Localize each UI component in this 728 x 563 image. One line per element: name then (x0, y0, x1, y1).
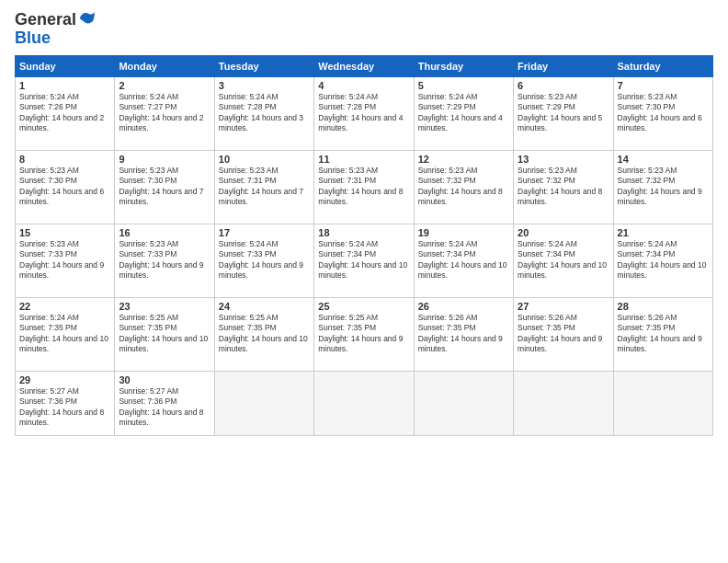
day-number: 7 (618, 80, 709, 91)
day-number: 23 (119, 301, 210, 312)
weekday-header-saturday: Saturday (613, 55, 712, 76)
day-detail: Sunrise: 5:24 AMSunset: 7:33 PMDaylight:… (219, 239, 310, 282)
day-number: 26 (418, 301, 509, 312)
calendar-cell: 10Sunrise: 5:23 AMSunset: 7:31 PMDayligh… (214, 150, 313, 224)
day-number: 17 (219, 227, 310, 238)
day-number: 3 (219, 80, 310, 91)
calendar-cell: 16Sunrise: 5:23 AMSunset: 7:33 PMDayligh… (115, 224, 214, 297)
calendar-cell: 14Sunrise: 5:23 AMSunset: 7:32 PMDayligh… (613, 150, 712, 224)
day-detail: Sunrise: 5:24 AMSunset: 7:28 PMDaylight:… (219, 92, 310, 134)
day-detail: Sunrise: 5:23 AMSunset: 7:29 PMDaylight:… (518, 92, 609, 134)
day-detail: Sunrise: 5:23 AMSunset: 7:31 PMDaylight:… (318, 166, 409, 208)
day-detail: Sunrise: 5:23 AMSunset: 7:32 PMDaylight:… (518, 166, 609, 208)
day-number: 2 (119, 80, 210, 91)
logo-general-text: General (15, 11, 76, 29)
day-number: 5 (418, 80, 509, 91)
calendar-cell: 6Sunrise: 5:23 AMSunset: 7:29 PMDaylight… (514, 76, 613, 150)
day-detail: Sunrise: 5:23 AMSunset: 7:30 PMDaylight:… (119, 166, 210, 208)
day-detail: Sunrise: 5:26 AMSunset: 7:35 PMDaylight:… (418, 313, 509, 355)
calendar-cell: 25Sunrise: 5:25 AMSunset: 7:35 PMDayligh… (314, 297, 414, 371)
day-detail: Sunrise: 5:27 AMSunset: 7:36 PMDaylight:… (19, 386, 110, 429)
day-detail: Sunrise: 5:27 AMSunset: 7:36 PMDaylight:… (119, 386, 210, 429)
calendar-cell: 13Sunrise: 5:23 AMSunset: 7:32 PMDayligh… (514, 150, 613, 224)
calendar-week-row: 1Sunrise: 5:24 AMSunset: 7:26 PMDaylight… (16, 76, 713, 150)
weekday-header-tuesday: Tuesday (214, 55, 313, 76)
calendar-week-row: 8Sunrise: 5:23 AMSunset: 7:30 PMDaylight… (16, 150, 713, 224)
day-number: 16 (119, 227, 210, 238)
day-detail: Sunrise: 5:25 AMSunset: 7:35 PMDaylight:… (219, 313, 310, 355)
day-number: 12 (418, 154, 509, 165)
day-number: 9 (119, 154, 210, 165)
day-detail: Sunrise: 5:24 AMSunset: 7:29 PMDaylight:… (418, 92, 509, 134)
weekday-header-row: SundayMondayTuesdayWednesdayThursdayFrid… (16, 55, 713, 76)
day-number: 10 (219, 154, 310, 165)
day-number: 20 (518, 227, 609, 238)
day-detail: Sunrise: 5:23 AMSunset: 7:33 PMDaylight:… (19, 239, 110, 282)
day-detail: Sunrise: 5:25 AMSunset: 7:35 PMDaylight:… (318, 313, 409, 355)
weekday-header-monday: Monday (115, 55, 214, 76)
logo: General Blue (15, 11, 97, 48)
day-detail: Sunrise: 5:23 AMSunset: 7:32 PMDaylight:… (618, 166, 709, 208)
calendar-cell: 29Sunrise: 5:27 AMSunset: 7:36 PMDayligh… (16, 371, 115, 435)
day-detail: Sunrise: 5:24 AMSunset: 7:35 PMDaylight:… (19, 313, 110, 355)
calendar-cell: 20Sunrise: 5:24 AMSunset: 7:34 PMDayligh… (514, 224, 613, 297)
weekday-header-wednesday: Wednesday (314, 55, 414, 76)
calendar-cell (414, 371, 513, 435)
day-detail: Sunrise: 5:24 AMSunset: 7:34 PMDaylight:… (618, 239, 709, 282)
day-number: 27 (518, 301, 609, 312)
page: General Blue SundayMondayTuesdayWednesda… (0, 0, 728, 563)
calendar-table: SundayMondayTuesdayWednesdayThursdayFrid… (15, 55, 713, 436)
calendar-cell (613, 371, 712, 435)
day-detail: Sunrise: 5:24 AMSunset: 7:34 PMDaylight:… (418, 239, 509, 282)
calendar-cell: 3Sunrise: 5:24 AMSunset: 7:28 PMDaylight… (214, 76, 313, 150)
calendar-cell (214, 371, 313, 435)
day-number: 14 (618, 154, 709, 165)
weekday-header-thursday: Thursday (414, 55, 513, 76)
day-detail: Sunrise: 5:24 AMSunset: 7:27 PMDaylight:… (119, 92, 210, 134)
day-number: 13 (518, 154, 609, 165)
calendar-week-row: 29Sunrise: 5:27 AMSunset: 7:36 PMDayligh… (16, 371, 713, 435)
calendar-cell: 26Sunrise: 5:26 AMSunset: 7:35 PMDayligh… (414, 297, 513, 371)
calendar-cell (314, 371, 414, 435)
day-detail: Sunrise: 5:24 AMSunset: 7:34 PMDaylight:… (518, 239, 609, 282)
calendar-cell: 4Sunrise: 5:24 AMSunset: 7:28 PMDaylight… (314, 76, 414, 150)
calendar-cell: 15Sunrise: 5:23 AMSunset: 7:33 PMDayligh… (16, 224, 115, 297)
day-number: 28 (618, 301, 709, 312)
calendar-cell: 30Sunrise: 5:27 AMSunset: 7:36 PMDayligh… (115, 371, 214, 435)
calendar-cell: 17Sunrise: 5:24 AMSunset: 7:33 PMDayligh… (214, 224, 313, 297)
logo-blue-text: Blue (15, 29, 51, 47)
calendar-cell: 11Sunrise: 5:23 AMSunset: 7:31 PMDayligh… (314, 150, 414, 224)
calendar-cell: 24Sunrise: 5:25 AMSunset: 7:35 PMDayligh… (214, 297, 313, 371)
day-number: 30 (119, 374, 210, 385)
day-detail: Sunrise: 5:26 AMSunset: 7:35 PMDaylight:… (518, 313, 609, 355)
calendar-cell: 19Sunrise: 5:24 AMSunset: 7:34 PMDayligh… (414, 224, 513, 297)
day-number: 19 (418, 227, 509, 238)
calendar-cell: 1Sunrise: 5:24 AMSunset: 7:26 PMDaylight… (16, 76, 115, 150)
day-number: 25 (318, 301, 409, 312)
calendar-cell: 8Sunrise: 5:23 AMSunset: 7:30 PMDaylight… (16, 150, 115, 224)
day-number: 4 (318, 80, 409, 91)
calendar-body: 1Sunrise: 5:24 AMSunset: 7:26 PMDaylight… (16, 76, 713, 435)
day-number: 18 (318, 227, 409, 238)
calendar-cell: 22Sunrise: 5:24 AMSunset: 7:35 PMDayligh… (16, 297, 115, 371)
day-number: 29 (19, 374, 110, 385)
calendar-cell: 28Sunrise: 5:26 AMSunset: 7:35 PMDayligh… (613, 297, 712, 371)
day-number: 1 (19, 80, 110, 91)
calendar-cell: 7Sunrise: 5:23 AMSunset: 7:30 PMDaylight… (613, 76, 712, 150)
calendar-cell: 27Sunrise: 5:26 AMSunset: 7:35 PMDayligh… (514, 297, 613, 371)
day-detail: Sunrise: 5:23 AMSunset: 7:30 PMDaylight:… (618, 92, 709, 134)
day-number: 22 (19, 301, 110, 312)
weekday-header-friday: Friday (514, 55, 613, 76)
day-detail: Sunrise: 5:25 AMSunset: 7:35 PMDaylight:… (119, 313, 210, 355)
day-detail: Sunrise: 5:24 AMSunset: 7:34 PMDaylight:… (318, 239, 409, 282)
day-detail: Sunrise: 5:23 AMSunset: 7:32 PMDaylight:… (418, 166, 509, 208)
calendar-cell (514, 371, 613, 435)
day-detail: Sunrise: 5:24 AMSunset: 7:28 PMDaylight:… (318, 92, 409, 134)
weekday-header-sunday: Sunday (16, 55, 115, 76)
calendar-cell: 18Sunrise: 5:24 AMSunset: 7:34 PMDayligh… (314, 224, 414, 297)
day-detail: Sunrise: 5:23 AMSunset: 7:31 PMDaylight:… (219, 166, 310, 208)
day-detail: Sunrise: 5:23 AMSunset: 7:30 PMDaylight:… (19, 166, 110, 208)
day-detail: Sunrise: 5:24 AMSunset: 7:26 PMDaylight:… (19, 92, 110, 134)
logo-icon (78, 9, 97, 28)
day-detail: Sunrise: 5:23 AMSunset: 7:33 PMDaylight:… (119, 239, 210, 282)
